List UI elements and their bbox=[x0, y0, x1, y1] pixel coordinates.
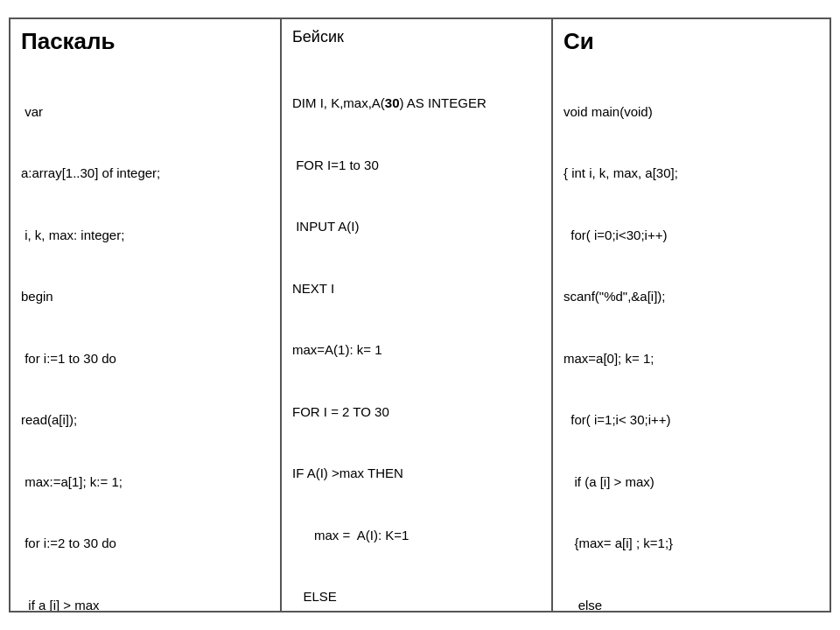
code-line: for i:=1 to 30 do bbox=[21, 348, 270, 369]
code-line: for( i=1;i< 30;i++) bbox=[564, 410, 819, 430]
pascal-title: Паскаль bbox=[21, 28, 270, 55]
main-table: Паскаль var a:array[1..30] of integer; i… bbox=[9, 18, 831, 612]
code-line: max:=a[1]; k:= 1; bbox=[21, 472, 270, 493]
code-line: FOR I = 2 TO 30 bbox=[292, 402, 541, 423]
code-line: if a [i] > max bbox=[21, 595, 270, 611]
code-line: read(a[i]); bbox=[21, 410, 270, 430]
basic-code: DIM I, K,max,A(30) AS INTEGER FOR I=1 to… bbox=[292, 52, 541, 611]
code-line: max = A(I): K=1 bbox=[292, 525, 541, 546]
c-column: Си void main(void) { int i, k, max, a[30… bbox=[553, 19, 830, 611]
code-line: if (a [i] > max) bbox=[564, 472, 819, 493]
code-line: i, k, max: integer; bbox=[21, 225, 270, 246]
basic-column: Бейсик DIM I, K,max,A(30) AS INTEGER FOR… bbox=[282, 19, 553, 611]
code-line: DIM I, K,max,A(30) AS INTEGER bbox=[292, 93, 541, 114]
code-line: FOR I=1 to 30 bbox=[292, 155, 541, 176]
pascal-code: var a:array[1..30] of integer; i, k, max… bbox=[21, 60, 270, 611]
code-line: { int i, k, max, a[30]; bbox=[564, 163, 819, 184]
code-line: var bbox=[21, 102, 270, 122]
code-line: max=A(1): k= 1 bbox=[292, 340, 541, 360]
code-line: a:array[1..30] of integer; bbox=[21, 163, 270, 184]
pascal-column: Паскаль var a:array[1..30] of integer; i… bbox=[10, 19, 282, 611]
code-line: scanf("%d",&a[i]); bbox=[564, 286, 819, 307]
code-line: else bbox=[564, 595, 819, 611]
basic-title: Бейсик bbox=[292, 28, 541, 47]
code-line: max=a[0]; k= 1; bbox=[564, 348, 819, 369]
code-line: IF A(I) >max THEN bbox=[292, 463, 541, 484]
code-line: for i:=2 to 30 do bbox=[21, 533, 270, 554]
code-line: INPUT A(I) bbox=[292, 216, 541, 237]
code-line: void main(void) bbox=[564, 102, 819, 122]
c-code: void main(void) { int i, k, max, a[30]; … bbox=[564, 60, 819, 611]
code-line: for( i=0;i<30;i++) bbox=[564, 225, 819, 246]
code-line: {max= a[i] ; k=1;} bbox=[564, 533, 819, 554]
c-title: Си bbox=[564, 28, 819, 55]
code-line: NEXT I bbox=[292, 278, 541, 299]
code-line: begin bbox=[21, 286, 270, 307]
code-line: ELSE bbox=[292, 586, 541, 607]
